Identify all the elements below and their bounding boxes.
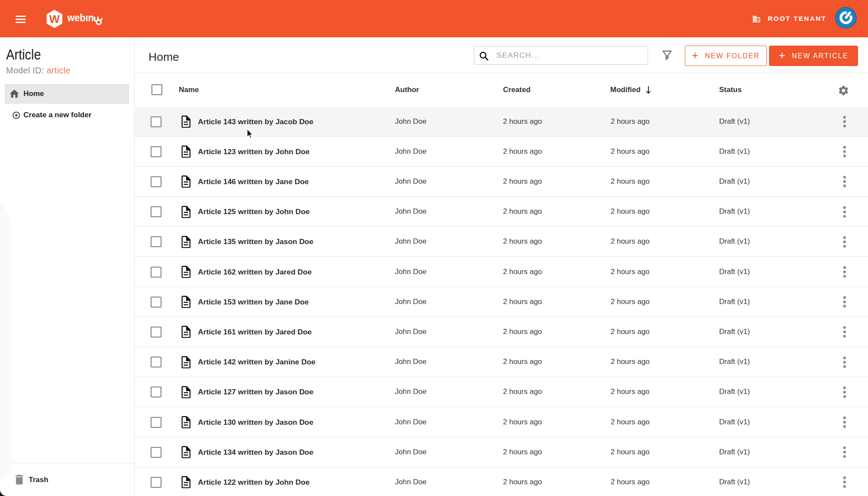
svg-text:W: W: [49, 13, 60, 26]
